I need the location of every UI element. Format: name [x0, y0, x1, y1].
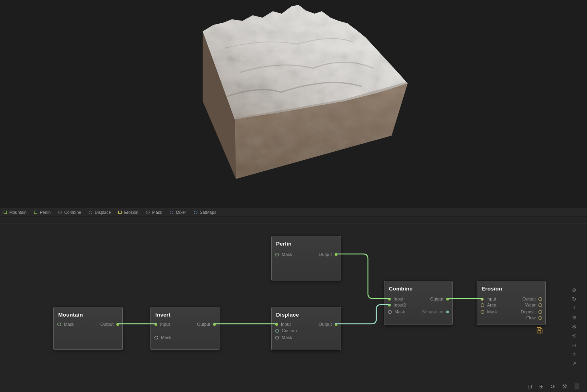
port-label: Flow — [526, 315, 536, 320]
node-combine[interactable]: CombineInputInput2MaskOutputSeparation — [384, 281, 453, 325]
branch-icon[interactable]: ⋔ — [572, 352, 577, 357]
port-combine-output: Output — [430, 296, 449, 302]
port-pin[interactable] — [154, 323, 157, 326]
port-pin[interactable] — [481, 303, 484, 307]
port-mountain-output: Output — [100, 321, 119, 327]
node-graph-canvas[interactable]: MountainMaskOutputInvertInputOutputMaskP… — [0, 0, 587, 392]
port-label: Wear — [525, 303, 536, 307]
node-displace[interactable]: DisplaceInputCustomMaskOutput — [271, 307, 341, 350]
port-pin[interactable] — [154, 336, 158, 339]
port-pin[interactable] — [446, 311, 449, 313]
port-label: Input — [394, 297, 403, 301]
port-pin[interactable] — [275, 329, 279, 333]
port-pin[interactable] — [388, 310, 392, 314]
node-title: Perlin — [276, 241, 292, 247]
save-icon[interactable] — [536, 327, 543, 334]
port-perlin-output: Output — [319, 251, 337, 258]
port-label: Custom — [282, 328, 297, 333]
node-title: Invert — [155, 312, 171, 318]
port-pin[interactable] — [213, 323, 216, 326]
node-perlin[interactable]: PerlinMaskOutput — [271, 236, 341, 280]
port-combine-input2: Input2 — [388, 302, 406, 308]
port-pin[interactable] — [388, 298, 391, 301]
port-label: Input2 — [394, 303, 406, 307]
port-pin[interactable] — [275, 336, 279, 339]
port-label: Separation — [422, 309, 443, 314]
port-perlin-mask: Mask — [275, 251, 292, 258]
port-displace-mask: Mask — [275, 334, 292, 341]
port-pin[interactable] — [538, 297, 542, 301]
port-pin[interactable] — [538, 310, 542, 314]
side-tool-strip: ⊘↻↥⚙✻⟲⊙⋔↗ — [570, 287, 579, 367]
port-combine-separation: Separation — [422, 309, 449, 315]
menu-icon[interactable]: ☰ — [574, 382, 580, 390]
port-pin[interactable] — [481, 310, 484, 314]
port-erosion-output: Output — [522, 296, 542, 302]
node-invert[interactable]: InvertInputOutputMask — [150, 307, 219, 350]
port-label: Deposit — [521, 309, 536, 314]
port-invert-mask: Mask — [154, 334, 171, 341]
port-pin[interactable] — [275, 253, 279, 256]
port-label: Mask — [282, 252, 292, 257]
port-invert-input: Input — [154, 321, 170, 327]
port-label: Mask — [487, 309, 498, 314]
refresh-icon[interactable]: ⟳ — [550, 383, 555, 390]
port-label: Output — [430, 297, 443, 301]
port-displace-output: Output — [319, 321, 337, 327]
port-label: Output — [319, 322, 332, 327]
port-pin[interactable] — [538, 316, 542, 320]
node-mountain[interactable]: MountainMaskOutput — [53, 307, 123, 350]
tile-view-icon[interactable]: ⊞ — [539, 383, 544, 390]
port-label: Output — [100, 322, 114, 327]
port-erosion-mask: Mask — [481, 309, 498, 315]
port-pin[interactable] — [335, 253, 337, 256]
port-pin[interactable] — [388, 304, 391, 307]
port-pin[interactable] — [481, 298, 483, 301]
build-icon[interactable]: ⚒ — [562, 383, 567, 390]
port-combine-mask: Mask — [388, 309, 405, 315]
node-erosion[interactable]: ErosionInputAreaMaskOutputWearDepositFlo… — [477, 281, 546, 325]
port-erosion-area: Area — [481, 302, 496, 308]
settings-icon[interactable]: ⚙ — [572, 315, 577, 321]
disable-icon[interactable]: ⊘ — [572, 287, 577, 293]
port-pin[interactable] — [116, 323, 119, 326]
app-window: MountainPerlinCombineDisplaceErosionMask… — [0, 0, 587, 392]
snowflake-icon[interactable]: ✻ — [572, 324, 577, 330]
reset-icon[interactable]: ⟲ — [572, 333, 577, 339]
fit-view-icon[interactable]: ⊡ — [528, 383, 532, 390]
node-title: Displace — [276, 312, 299, 318]
port-pin[interactable] — [538, 303, 542, 307]
port-label: Output — [319, 252, 332, 257]
port-label: Output — [197, 322, 210, 327]
port-displace-input: Input — [275, 321, 290, 327]
port-label: Area — [487, 303, 496, 307]
port-erosion-wear: Wear — [525, 302, 542, 308]
port-label: Mask — [282, 335, 292, 340]
port-combine-input: Input — [388, 296, 403, 302]
port-erosion-flow: Flow — [526, 315, 542, 321]
rotate-icon[interactable]: ↻ — [572, 297, 577, 302]
export-icon[interactable]: ↥ — [572, 306, 577, 311]
port-pin[interactable] — [275, 323, 278, 326]
port-label: Mask — [394, 309, 405, 314]
port-pin[interactable] — [57, 323, 61, 326]
port-mountain-mask: Mask — [57, 321, 74, 327]
record-icon[interactable]: ⊙ — [572, 343, 577, 348]
port-label: Mask — [161, 335, 171, 340]
port-label: Output — [522, 297, 536, 301]
port-erosion-deposit: Deposit — [521, 309, 542, 315]
graph-status-bar: ⊡⊞⟳⚒☰ — [528, 382, 580, 390]
port-label: Input — [281, 322, 290, 327]
port-label: Input — [486, 297, 496, 301]
node-title: Combine — [389, 286, 412, 292]
port-erosion-input: Input — [481, 296, 496, 302]
share-icon[interactable]: ↗ — [572, 361, 577, 367]
port-pin[interactable] — [446, 298, 449, 301]
port-pin[interactable] — [335, 323, 337, 326]
port-label: Input — [160, 322, 170, 327]
port-displace-custom: Custom — [275, 327, 297, 334]
node-title: Mountain — [58, 312, 83, 318]
node-title: Erosion — [481, 286, 502, 292]
port-invert-output: Output — [197, 321, 216, 327]
port-label: Mask — [64, 322, 74, 327]
